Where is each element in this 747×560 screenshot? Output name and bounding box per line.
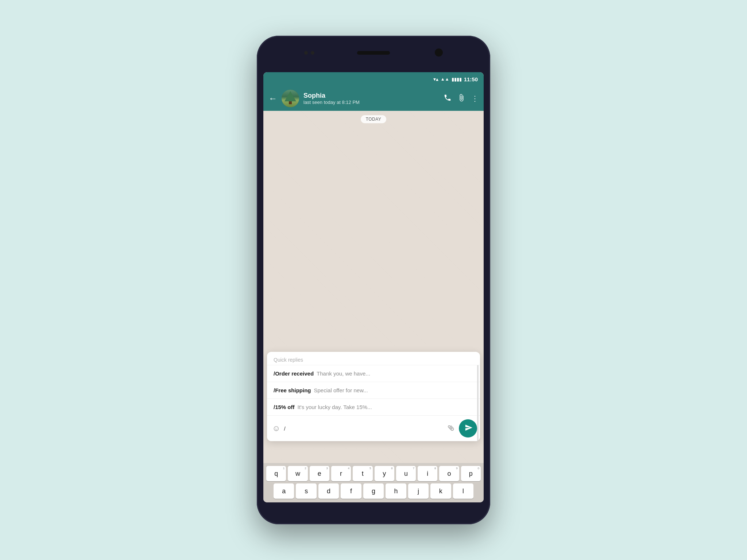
key-s[interactable]: s [296,483,316,499]
quick-reply-shortcut-1: /Order received [274,370,314,377]
phone-camera [435,48,443,57]
attach-icon[interactable] [457,94,465,104]
key-a[interactable]: a [274,483,294,499]
quick-reply-shortcut-3: /15% off [274,404,295,410]
status-time: 11:50 [464,76,478,82]
contact-info: Sophia last seen today at 8:12 PM [303,92,439,105]
header-actions: ⋮ [444,94,479,104]
key-k[interactable]: k [430,483,451,499]
phone-device: ▾▴ ▲▲ ▮▮▮▮ 11:50 ← Sophia last seen toda… [257,36,490,524]
key-w[interactable]: 2w [288,466,307,481]
chat-header: ← Sophia last seen today at 8:12 PM [263,86,484,111]
phone-screen: ▾▴ ▲▲ ▮▮▮▮ 11:50 ← Sophia last seen toda… [263,72,484,502]
phone-shell: ▾▴ ▲▲ ▮▮▮▮ 11:50 ← Sophia last seen toda… [257,36,490,524]
phone-speaker [357,51,390,55]
more-menu-icon[interactable]: ⋮ [471,94,479,103]
chat-body: TODAY Quick replies /Order received Than… [263,111,484,463]
attachment-button[interactable] [446,423,457,434]
contact-status: last seen today at 8:12 PM [303,100,439,105]
scrollbar[interactable] [477,365,479,441]
key-j[interactable]: j [408,483,429,499]
quick-reply-preview-1: Thank you, we have... [317,370,370,377]
call-icon[interactable] [444,94,452,104]
back-button[interactable]: ← [268,93,277,104]
key-l[interactable]: l [453,483,473,499]
key-q[interactable]: 1q [266,466,286,481]
quick-reply-item-1[interactable]: /Order received Thank you, we have... [267,365,480,382]
keyboard-row-1: 1q 2w 3e 4r 5t 6y 7u 8i 9o 0p [263,466,484,481]
key-f[interactable]: f [341,483,361,499]
key-p[interactable]: 0p [461,466,481,481]
message-input-bar: ☺ / [267,415,480,441]
quick-reply-preview-2: Special offer for new... [314,387,368,393]
key-y[interactable]: 6y [375,466,394,481]
send-icon [465,424,473,433]
key-h[interactable]: h [386,483,406,499]
key-g[interactable]: g [363,483,384,499]
quick-reply-shortcut-2: /Free shipping [274,387,311,393]
quick-reply-preview-3: It's your lucky day. Take 15%... [298,404,372,410]
keyboard: 1q 2w 3e 4r 5t 6y 7u 8i 9o 0p a s d f [263,463,484,502]
key-i[interactable]: 8i [418,466,437,481]
key-e[interactable]: 3e [310,466,329,481]
key-d[interactable]: d [318,483,339,499]
status-bar: ▾▴ ▲▲ ▮▮▮▮ 11:50 [263,72,484,86]
key-o[interactable]: 9o [439,466,459,481]
phone-dots [304,51,314,55]
battery-icon: ▮▮▮▮ [452,77,462,82]
signal-icon: ▲▲ [441,77,449,82]
emoji-button[interactable]: ☺ [272,424,280,433]
quick-reply-item-3[interactable]: /15% off It's your lucky day. Take 15%..… [267,398,480,415]
send-button[interactable] [459,419,477,438]
contact-name: Sophia [303,92,439,100]
keyboard-row-2: a s d f g h j k l [263,483,484,499]
quick-replies-header: Quick replies [267,352,480,365]
status-icons: ▾▴ ▲▲ ▮▮▮▮ 11:50 [433,76,478,82]
quick-replies-panel: Quick replies /Order received Thank you,… [267,352,480,441]
quick-replies-list: /Order received Thank you, we have... /F… [267,365,480,441]
message-input[interactable]: / [284,425,444,432]
quick-reply-item-2[interactable]: /Free shipping Special offer for new... [267,382,480,398]
key-u[interactable]: 7u [396,466,416,481]
wifi-icon: ▾▴ [433,76,438,82]
key-r[interactable]: 4r [331,466,351,481]
contact-avatar[interactable] [282,90,299,107]
key-t[interactable]: 5t [353,466,372,481]
